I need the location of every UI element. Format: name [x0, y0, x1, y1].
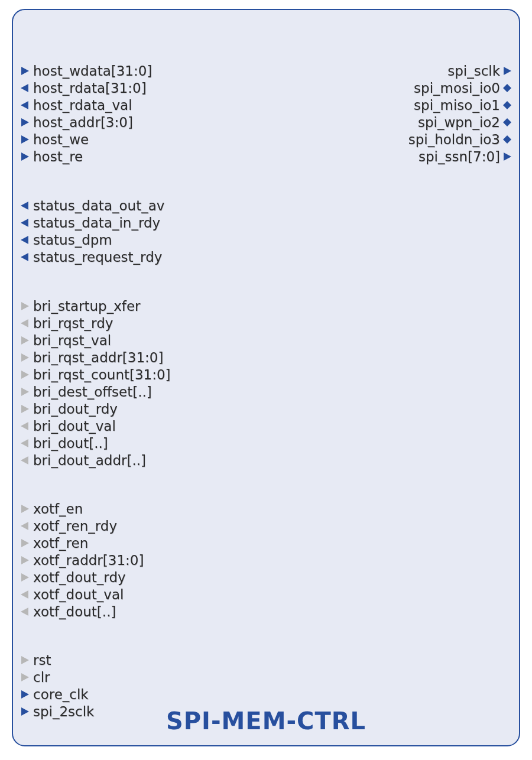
arrow-in-icon — [19, 369, 31, 381]
port-row: xotf_raddr[31:0] — [13, 552, 519, 569]
port-row: core_clk — [13, 686, 519, 703]
port-label: xotf_dout[..] — [33, 603, 116, 621]
port-row: status_data_out_av — [13, 197, 519, 215]
port-row: spi_mosi_io0 — [13, 80, 519, 97]
port-label: xotf_en — [33, 501, 83, 518]
arrow-in-icon — [19, 403, 31, 415]
port-label: clr — [33, 669, 50, 686]
port-label: bri_rqst_count[31:0] — [33, 366, 171, 384]
port-label: bri_rqst_addr[31:0] — [33, 349, 163, 366]
arrow-out-icon — [19, 251, 31, 263]
port-label: core_clk — [33, 686, 89, 703]
port-row: bri_rqst_rdy — [13, 315, 519, 332]
svg-marker-25 — [21, 590, 28, 599]
svg-marker-23 — [21, 556, 29, 564]
bidir-inout-icon — [501, 116, 513, 128]
svg-marker-12 — [21, 336, 29, 345]
arrow-out-icon — [19, 589, 31, 600]
svg-marker-31 — [504, 67, 511, 75]
arrow-out-icon — [19, 200, 31, 212]
port-label: xotf_raddr[31:0] — [33, 552, 144, 569]
svg-marker-28 — [21, 673, 29, 681]
arrow-out-icon — [501, 151, 513, 163]
arrow-out-icon — [19, 217, 31, 229]
arrow-in-icon — [19, 386, 31, 398]
port-label: bri_rqst_rdy — [33, 315, 113, 332]
arrow-out-icon — [19, 317, 31, 329]
svg-marker-13 — [21, 353, 29, 362]
port-label: spi_wpn_io2 — [418, 114, 500, 131]
arrow-in-icon — [19, 334, 31, 346]
port-label: bri_dout_rdy — [33, 401, 118, 418]
svg-marker-11 — [21, 319, 28, 327]
port-row: xotf_dout[..] — [13, 603, 519, 621]
arrow-out-icon — [19, 420, 31, 432]
port-row: status_data_in_rdy — [13, 215, 519, 232]
svg-marker-18 — [21, 439, 28, 447]
module-title: SPI-MEM-CTRL — [13, 707, 519, 735]
port-label: bri_rqst_val — [33, 332, 111, 349]
module-box: host_wdata[31:0]host_rdata[31:0]host_rda… — [12, 9, 520, 746]
svg-marker-29 — [21, 690, 29, 699]
port-row: spi_wpn_io2 — [13, 114, 519, 131]
port-row: bri_rqst_val — [13, 332, 519, 349]
svg-marker-15 — [21, 388, 29, 396]
port-label: bri_dout_addr[..] — [33, 452, 146, 469]
port-row: bri_dest_offset[..] — [13, 384, 519, 401]
port-row: bri_dout[..] — [13, 435, 519, 452]
arrow-out-icon — [19, 520, 31, 532]
arrow-in-icon — [19, 571, 31, 583]
port-label: bri_dest_offset[..] — [33, 384, 152, 401]
port-row: bri_startup_xfer — [13, 298, 519, 315]
port-label: bri_dout[..] — [33, 435, 108, 452]
port-label: spi_holdn_io3 — [408, 131, 500, 148]
bidir-inout-icon — [501, 82, 513, 94]
port-row: status_request_rdy — [13, 249, 519, 266]
bidir-inout-icon — [501, 134, 513, 145]
svg-marker-9 — [21, 253, 28, 261]
svg-marker-19 — [21, 456, 28, 465]
arrow-out-icon — [19, 437, 31, 449]
port-row: xotf_en — [13, 501, 519, 518]
port-row: xotf_ren_rdy — [13, 518, 519, 535]
svg-marker-20 — [21, 505, 29, 513]
port-row: clr — [13, 669, 519, 686]
port-label: spi_ssn[7:0] — [419, 148, 500, 165]
svg-marker-26 — [21, 608, 28, 616]
port-label: status_dpm — [33, 232, 112, 249]
arrow-in-icon — [19, 352, 31, 363]
port-row: status_dpm — [13, 232, 519, 249]
arrow-in-icon — [19, 688, 31, 700]
port-label: bri_startup_xfer — [33, 298, 141, 315]
port-row: xotf_dout_rdy — [13, 569, 519, 586]
svg-marker-16 — [21, 405, 29, 413]
arrow-out-icon — [19, 454, 31, 466]
svg-marker-22 — [21, 539, 29, 547]
port-row: xotf_dout_val — [13, 586, 519, 603]
port-label: status_data_in_rdy — [33, 215, 160, 232]
arrow-in-icon — [19, 654, 31, 666]
svg-marker-33 — [503, 101, 511, 109]
port-label: spi_mosi_io0 — [414, 80, 500, 97]
svg-marker-17 — [21, 422, 28, 430]
port-label: xotf_ren_rdy — [33, 518, 117, 535]
left-port-group: status_data_out_avstatus_data_in_rdystat… — [13, 197, 519, 266]
port-row: bri_rqst_addr[31:0] — [13, 349, 519, 366]
port-label: xotf_dout_rdy — [33, 569, 126, 586]
port-row: spi_ssn[7:0] — [13, 148, 519, 165]
port-row: spi_holdn_io3 — [13, 131, 519, 148]
port-row: bri_dout_addr[..] — [13, 452, 519, 469]
port-label: spi_sclk — [447, 63, 500, 80]
diagram-container: host_wdata[31:0]host_rdata[31:0]host_rda… — [0, 0, 532, 760]
arrow-in-icon — [19, 537, 31, 549]
right-port-group: spi_sclkspi_mosi_io0spi_miso_io1spi_wpn_… — [13, 63, 519, 165]
arrow-out-icon — [19, 234, 31, 246]
arrow-out-icon — [501, 65, 513, 77]
port-label: bri_dout_val — [33, 418, 116, 435]
arrow-out-icon — [19, 606, 31, 618]
left-port-group: bri_startup_xferbri_rqst_rdybri_rqst_val… — [13, 298, 519, 469]
port-row: spi_miso_io1 — [13, 97, 519, 114]
svg-marker-6 — [21, 202, 28, 210]
port-row: spi_sclk — [13, 63, 519, 80]
port-row: xotf_ren — [13, 535, 519, 552]
